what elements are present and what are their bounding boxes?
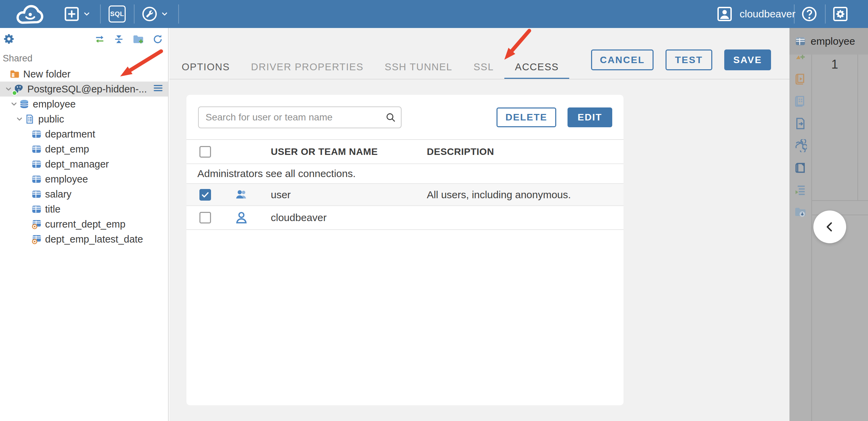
- execution-plan-icon[interactable]: [794, 184, 807, 197]
- tree-item-label: dept_emp: [45, 144, 89, 155]
- tree-item-new-folder[interactable]: New folder: [0, 67, 168, 82]
- toolbar-divider: [825, 4, 826, 24]
- tree-item-table-dept-emp[interactable]: dept_emp: [0, 142, 168, 157]
- project-section-label: Shared: [3, 53, 168, 64]
- access-panel: DELETE EDIT USER OR TEAM NAME DESCRIPTIO…: [186, 95, 624, 405]
- sync-connection-button[interactable]: [94, 33, 105, 45]
- connection-edit-dialog: OPTIONS DRIVER PROPERTIES SSH TUNNEL SSL…: [169, 28, 789, 421]
- tree-item-view-current-dept-emp[interactable]: current_dept_emp: [0, 217, 168, 232]
- tree-item-label: dept_emp_latest_date: [45, 234, 143, 245]
- export-document-icon[interactable]: [794, 117, 807, 130]
- tab-access[interactable]: ACCESS: [504, 55, 569, 79]
- column-header-description: DESCRIPTION: [427, 146, 494, 157]
- table-row-cloudbeaver[interactable]: cloudbeaver: [186, 206, 624, 230]
- navigator-settings-button[interactable]: [3, 33, 14, 44]
- table-header-row: USER OR TEAM NAME DESCRIPTION: [186, 140, 624, 164]
- row-checkbox[interactable]: [199, 212, 211, 223]
- folder-plus-icon: [132, 33, 144, 45]
- save-results-icon[interactable]: [794, 206, 807, 219]
- team-icon: [233, 188, 250, 202]
- tree-item-table-department[interactable]: department: [0, 127, 168, 142]
- table-icon: [795, 36, 806, 47]
- tree-item-label: salary: [45, 189, 71, 200]
- tree-item-label: employee: [33, 99, 76, 110]
- cancel-button[interactable]: CANCEL: [591, 49, 654, 70]
- row-checkbox[interactable]: [199, 189, 211, 201]
- help-icon: [801, 6, 817, 22]
- table-info-row: Administrators see all connections.: [186, 164, 624, 184]
- grid-bottom-divider: [812, 200, 868, 201]
- chevron-down-icon[interactable]: [14, 115, 25, 123]
- tree-item-table-salary[interactable]: salary: [0, 187, 168, 202]
- select-all-checkbox[interactable]: [199, 146, 211, 158]
- tree-item-table-title[interactable]: title: [0, 202, 168, 217]
- tree-item-database-employee[interactable]: employee: [0, 97, 168, 112]
- dialog-tab-bar: OPTIONS DRIVER PROPERTIES SSH TUNNEL SSL…: [182, 55, 569, 79]
- tab-options[interactable]: OPTIONS: [182, 55, 240, 79]
- wrench-circle-icon: [141, 6, 158, 22]
- tree-item-label: title: [45, 204, 60, 215]
- refresh-icon: [152, 34, 163, 45]
- chevron-down-icon: [160, 10, 169, 18]
- connections-menu-button[interactable]: [141, 0, 169, 28]
- plus-square-icon: [64, 6, 80, 22]
- tab-driver-properties[interactable]: DRIVER PROPERTIES: [240, 55, 374, 79]
- tab-employee[interactable]: employee: [789, 28, 868, 55]
- tree-item-table-employee[interactable]: employee: [0, 172, 168, 187]
- refresh-tree-button[interactable]: [152, 33, 163, 45]
- toolbar-divider: [100, 4, 101, 24]
- table-row-user[interactable]: user All users, including anonymous.: [186, 184, 624, 206]
- sql-editor-button[interactable]: SQL: [109, 0, 126, 28]
- new-folder-button[interactable]: [132, 33, 144, 45]
- tree-item-schema-public[interactable]: public: [0, 112, 168, 127]
- table-icon: [31, 159, 42, 169]
- search-input[interactable]: [198, 106, 402, 128]
- column-header-name: USER OR TEAM NAME: [271, 146, 427, 157]
- tab-ssl[interactable]: SSL: [463, 55, 504, 79]
- tree-item-label: department: [45, 129, 95, 140]
- gear-square-icon: [832, 6, 849, 22]
- table-icon: [31, 204, 42, 214]
- edit-button[interactable]: EDIT: [568, 107, 612, 127]
- tree-item-label: employee: [45, 174, 88, 185]
- script-icon[interactable]: [794, 73, 807, 86]
- top-toolbar: SQL cloudbeaver: [0, 0, 868, 28]
- tree-item-label: New folder: [23, 69, 71, 80]
- item-menu-icon[interactable]: [153, 83, 163, 96]
- toolbar-divider: [794, 4, 795, 24]
- test-button[interactable]: TEST: [666, 49, 712, 70]
- grid-row-number: 1: [812, 57, 857, 72]
- tree-item-postgresql-connection[interactable]: PostgreSQL@ep-hidden-...: [0, 82, 168, 97]
- view-icon: [31, 219, 42, 229]
- chevron-down-icon[interactable]: [9, 100, 19, 108]
- access-table: USER OR TEAM NAME DESCRIPTION Administra…: [186, 139, 624, 230]
- table-icon: [31, 189, 42, 199]
- tree-item-table-dept-manager[interactable]: dept_manager: [0, 157, 168, 172]
- data-editor-rail: [789, 55, 812, 421]
- data-editor-panel: employee 1: [789, 28, 868, 421]
- collapse-all-icon: [113, 34, 124, 45]
- tree-item-view-dept-emp-latest-date[interactable]: dept_emp_latest_date: [0, 232, 168, 247]
- user-menu-button[interactable]: cloudbeaver: [716, 0, 795, 28]
- ai-assistant-icon[interactable]: [794, 139, 807, 152]
- save-button[interactable]: SAVE: [724, 49, 771, 70]
- settings-button[interactable]: [832, 0, 849, 28]
- tab-ssh-tunnel[interactable]: SSH TUNNEL: [374, 55, 463, 79]
- chevron-left-icon: [823, 220, 837, 234]
- grid-form-icon[interactable]: [794, 95, 807, 108]
- new-connection-button[interactable]: [64, 0, 91, 28]
- collapse-all-button[interactable]: [113, 33, 124, 45]
- user-badge-icon: [716, 6, 733, 22]
- delete-button[interactable]: DELETE: [496, 107, 556, 127]
- search-icon[interactable]: [385, 112, 396, 123]
- open-panel-icon[interactable]: [794, 161, 807, 174]
- add-icon[interactable]: [794, 55, 807, 63]
- tree-item-label: PostgreSQL@ep-hidden-...: [27, 84, 147, 95]
- collapse-panel-button[interactable]: [813, 210, 846, 243]
- user-name-label: cloudbeaver: [740, 8, 795, 20]
- help-button[interactable]: [801, 0, 817, 28]
- row-description: All users, including anonymous.: [427, 189, 571, 201]
- sql-icon: SQL: [109, 5, 126, 23]
- toolbar-divider: [134, 4, 135, 24]
- tree-item-label: dept_manager: [45, 159, 109, 170]
